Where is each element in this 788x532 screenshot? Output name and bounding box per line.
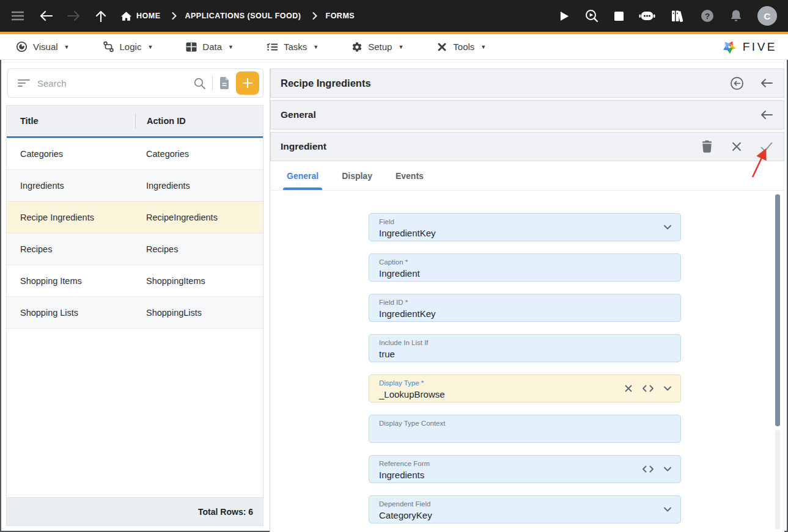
hamburger-menu-icon[interactable] <box>11 11 24 21</box>
visual-eye-icon <box>16 41 28 53</box>
chevron-down-icon[interactable] <box>662 222 673 233</box>
chevron-down-icon[interactable] <box>662 464 673 475</box>
row-action-id-cell: RecipeIngredients <box>135 213 263 222</box>
menu-logic[interactable]: Logic ▼ <box>103 41 153 53</box>
assistant-bot-icon[interactable] <box>639 10 655 22</box>
table-row[interactable]: RecipesRecipes <box>7 233 263 265</box>
menu-setup[interactable]: Setup ▼ <box>352 42 403 53</box>
row-title-cell: Categories <box>7 149 135 159</box>
stop-icon[interactable] <box>614 12 624 21</box>
app-window: HOME APPLICATIONS (SOUL FOOD) FORMS <box>0 0 788 532</box>
cancel-x-icon[interactable] <box>729 141 744 152</box>
up-arrow-icon[interactable] <box>95 10 106 22</box>
field-value: true <box>379 348 619 360</box>
save-check-icon[interactable] <box>759 142 774 152</box>
table-row[interactable]: Shopping ListsShoppingLists <box>7 297 263 329</box>
menu-bar: Visual ▼ Logic ▼ Data ▼ Tasks ▼ Setup ▼ … <box>0 34 788 60</box>
row-action-id-cell: ShoppingLists <box>135 308 263 318</box>
chevron-down-icon[interactable] <box>662 504 673 515</box>
documentation-books-icon[interactable] <box>671 9 685 23</box>
column-header-action-id[interactable]: Action ID <box>135 114 263 128</box>
field-label: Dependent Field <box>379 500 619 508</box>
top-navigation-bar: HOME APPLICATIONS (SOUL FOOD) FORMS <box>0 0 788 32</box>
breadcrumb-applications[interactable]: APPLICATIONS (SOUL FOOD) <box>185 12 301 20</box>
table-row[interactable]: Recipe IngredientsRecipeIngredients <box>7 202 263 233</box>
field-field[interactable]: FieldIngredientKey <box>369 213 681 241</box>
forward-arrow-icon[interactable] <box>67 10 81 21</box>
field-field-id[interactable]: Field ID *IngredientKey <box>369 294 681 322</box>
caret-down-icon: ▼ <box>313 44 319 50</box>
table-row[interactable]: IngredientsIngredients <box>7 170 263 202</box>
back-arrow-icon[interactable] <box>759 78 774 88</box>
filter-icon[interactable] <box>18 79 30 87</box>
code-icon[interactable] <box>642 464 654 474</box>
clear-icon[interactable] <box>623 383 634 394</box>
field-form-area: FieldIngredientKeyCaption *IngredientFie… <box>270 191 784 532</box>
form-title: Recipe Ingredients <box>281 78 371 89</box>
field-caption[interactable]: Caption *Ingredient <box>369 253 681 282</box>
delete-trash-icon[interactable] <box>699 140 714 153</box>
code-icon[interactable] <box>642 384 654 393</box>
five-pinwheel-icon <box>721 39 737 55</box>
row-title-cell: Ingredients <box>7 181 135 191</box>
caret-down-icon: ▼ <box>147 44 153 50</box>
scrollbar-track[interactable] <box>775 430 780 530</box>
field-reference-form[interactable]: Reference FormIngredients <box>369 455 681 483</box>
menu-tasks[interactable]: Tasks ▼ <box>267 42 319 52</box>
record-title: Ingredient <box>281 141 326 152</box>
total-rows-label: Total Rows: 6 <box>198 507 253 517</box>
field-label: Display Type * <box>379 379 619 387</box>
chevron-down-icon[interactable] <box>662 383 673 394</box>
field-value <box>379 428 619 441</box>
field-display-type-context[interactable]: Display Type Context <box>369 415 681 443</box>
field-label: Display Type Context <box>379 419 619 428</box>
home-icon <box>121 12 131 21</box>
tasks-checklist-icon <box>267 42 278 52</box>
back-arrow-icon[interactable] <box>39 10 53 21</box>
field-label: Field <box>379 217 619 226</box>
logic-flow-icon <box>103 41 114 53</box>
search-bar <box>7 68 263 98</box>
tab-general[interactable]: General <box>285 161 320 190</box>
breadcrumb-label: APPLICATIONS (SOUL FOOD) <box>185 12 301 20</box>
document-icon[interactable] <box>219 77 230 89</box>
tools-icon <box>436 42 447 53</box>
table-empty-area <box>7 329 263 497</box>
notifications-bell-icon[interactable] <box>730 9 742 23</box>
back-arrow-icon[interactable] <box>759 110 774 120</box>
field-include-in-list-if[interactable]: Include In List Iftrue <box>369 334 681 362</box>
field-dependent-field[interactable]: Dependent FieldCategoryKey <box>369 495 681 523</box>
help-icon[interactable]: ? <box>700 9 715 23</box>
menu-visual[interactable]: Visual ▼ <box>16 41 70 53</box>
scrollbar-thumb[interactable] <box>775 194 780 426</box>
setup-gear-icon <box>352 42 363 53</box>
record-bar-ingredient: Ingredient <box>270 132 784 161</box>
row-action-id-cell: Categories <box>135 149 263 159</box>
row-action-id-cell: Ingredients <box>135 181 263 191</box>
caret-down-icon: ▼ <box>228 44 234 50</box>
field-label: Reference Form <box>379 459 619 468</box>
five-logo: FIVE <box>721 39 777 55</box>
field-value: _LookupBrowse <box>379 388 619 401</box>
row-action-id-cell: ShoppingItems <box>135 276 263 286</box>
revert-circle-arrow-icon[interactable] <box>729 76 744 90</box>
breadcrumb-home[interactable]: HOME <box>121 12 161 21</box>
search-input[interactable] <box>37 78 193 89</box>
tab-display[interactable]: Display <box>340 161 374 190</box>
breadcrumb-forms[interactable]: FORMS <box>326 12 355 20</box>
field-display-type[interactable]: Display Type *_LookupBrowse <box>369 374 681 403</box>
table-row[interactable]: CategoriesCategories <box>7 138 263 170</box>
table-header: Title Action ID <box>7 106 263 136</box>
menu-tools[interactable]: Tools ▼ <box>436 42 486 53</box>
menu-data[interactable]: Data ▼ <box>186 42 234 52</box>
table-footer: Total Rows: 6 <box>7 497 263 525</box>
user-avatar[interactable]: C <box>757 6 777 26</box>
run-play-icon[interactable] <box>560 11 569 21</box>
column-header-title[interactable]: Title <box>7 116 135 126</box>
table-row[interactable]: Shopping ItemsShoppingItems <box>7 265 263 297</box>
add-button[interactable] <box>236 71 259 95</box>
caret-down-icon: ▼ <box>481 44 486 50</box>
tab-events[interactable]: Events <box>394 161 425 190</box>
preview-icon[interactable] <box>584 9 599 23</box>
search-icon[interactable] <box>193 77 206 90</box>
